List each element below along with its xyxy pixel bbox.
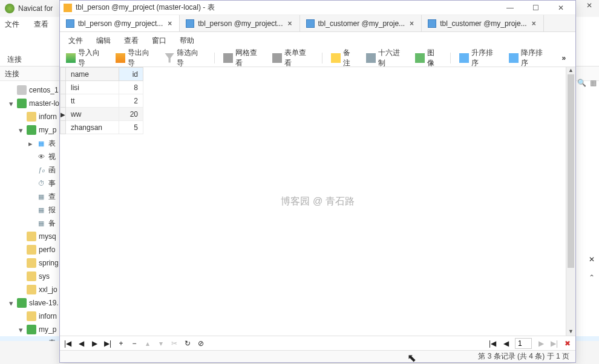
cell-id[interactable]: 5 bbox=[119, 121, 143, 134]
tmenu-edit[interactable]: 编辑 bbox=[96, 36, 111, 46]
page-last-button[interactable]: ▶| bbox=[550, 339, 558, 348]
row-indicator bbox=[61, 94, 66, 108]
toolbar-overflow-button[interactable]: » bbox=[558, 54, 569, 62]
close-button[interactable]: ✕ bbox=[550, 1, 572, 15]
grid-view-button[interactable]: 网格查看 bbox=[223, 48, 264, 68]
nav-prev-button[interactable]: ◀ bbox=[77, 339, 85, 348]
image-icon bbox=[415, 53, 425, 63]
db-icon bbox=[27, 112, 36, 122]
tree-item-label: my_p bbox=[39, 126, 56, 134]
import-wizard-button[interactable]: 导入向导 bbox=[66, 48, 107, 68]
grid-empty-area: 博客园 @ 青石路 ⬉ bbox=[143, 67, 566, 336]
minimize-button[interactable]: — bbox=[499, 1, 521, 15]
maximize-button[interactable]: ☐ bbox=[525, 1, 546, 15]
memo-icon bbox=[331, 53, 341, 63]
search-icon[interactable]: 🔍 bbox=[577, 79, 586, 87]
panel-close-icon[interactable]: ✕ bbox=[586, 255, 598, 267]
nav-next-button[interactable]: ▶ bbox=[90, 339, 99, 348]
tree-item-label: sys bbox=[39, 272, 50, 281]
views-icon: 👁 bbox=[36, 152, 46, 161]
page-first-button[interactable]: |◀ bbox=[488, 339, 497, 348]
filter-wizard-button[interactable]: 筛选向导 bbox=[165, 48, 206, 68]
nav-refresh-button[interactable]: ↻ bbox=[183, 339, 192, 348]
cell-name[interactable]: tt bbox=[66, 94, 119, 108]
cell-id[interactable]: 2 bbox=[119, 94, 143, 108]
tables-icon: ▦ bbox=[36, 338, 46, 341]
data-grid[interactable]: name id lisi8tt2▶ww20zhangsan5 bbox=[60, 67, 143, 134]
tree-item-label: 视 bbox=[48, 152, 56, 162]
panel-collapse-icon[interactable]: ⌃ bbox=[586, 273, 598, 285]
main-title-text: Navicat for bbox=[18, 4, 53, 13]
table-icon bbox=[186, 19, 194, 28]
column-id[interactable]: id bbox=[119, 68, 143, 81]
cell-name[interactable]: zhangsan bbox=[66, 121, 119, 134]
tab-close-icon[interactable]: × bbox=[287, 19, 293, 28]
hex-button[interactable]: 十六进制 bbox=[366, 48, 407, 68]
memo-button[interactable]: 备注 bbox=[331, 48, 358, 68]
nav-cancel-button[interactable]: ▾ bbox=[157, 339, 165, 348]
tree-toggle-icon[interactable]: ▾ bbox=[7, 299, 15, 308]
tab-3[interactable]: tbl_customer @my_proje...× bbox=[422, 15, 544, 31]
scrollbar-thumb[interactable] bbox=[568, 74, 574, 268]
nav-stop-button[interactable]: ⊘ bbox=[197, 339, 205, 348]
table-row[interactable]: tt2 bbox=[61, 94, 143, 108]
nav-first-button[interactable]: |◀ bbox=[64, 339, 72, 348]
table-titlebar[interactable]: tbl_person @my_project (master-local) - … bbox=[60, 1, 575, 15]
tab-close-icon[interactable]: × bbox=[531, 19, 537, 28]
row-indicator bbox=[61, 121, 66, 134]
tmenu-view[interactable]: 查看 bbox=[124, 36, 139, 46]
page-number-input[interactable] bbox=[515, 338, 532, 349]
grid-toggle-icon[interactable]: ▦ bbox=[590, 79, 597, 87]
scroll-down-icon[interactable]: ▼ bbox=[566, 328, 575, 336]
main-close-icon[interactable]: ✕ bbox=[581, 1, 598, 15]
image-button[interactable]: 图像 bbox=[415, 48, 442, 68]
menu-file[interactable]: 文件 bbox=[5, 19, 19, 30]
tree-item-label: 查 bbox=[48, 192, 56, 202]
tmenu-help[interactable]: 帮助 bbox=[180, 36, 194, 46]
nav-cut-button[interactable]: ✂ bbox=[170, 339, 178, 348]
tree-item-label: inforn bbox=[39, 312, 57, 320]
tree-toggle-icon[interactable]: ▾ bbox=[17, 126, 24, 135]
column-name[interactable]: name bbox=[66, 68, 119, 81]
table-row[interactable]: lisi8 bbox=[61, 81, 143, 94]
db-icon bbox=[27, 325, 36, 334]
nav-add-button[interactable]: + bbox=[117, 339, 125, 348]
export-wizard-button[interactable]: 导出向导 bbox=[116, 48, 157, 68]
page-stop-button[interactable]: ✖ bbox=[563, 339, 572, 348]
tree-toggle-icon[interactable]: ▾ bbox=[17, 325, 24, 334]
form-view-button[interactable]: 表单查看 bbox=[272, 48, 313, 68]
filter-icon bbox=[165, 53, 174, 63]
vertical-scrollbar[interactable]: ▲ ▼ bbox=[566, 67, 575, 336]
table-icon bbox=[306, 19, 315, 28]
sort-asc-button[interactable]: 升序排序 bbox=[459, 48, 500, 68]
page-prev-button[interactable]: ◀ bbox=[502, 339, 510, 348]
tab-1[interactable]: tbl_person @my_project...× bbox=[180, 15, 300, 31]
tab-close-icon[interactable]: × bbox=[408, 19, 415, 28]
tree-toggle-icon[interactable]: ▸ bbox=[27, 139, 34, 148]
menu-view[interactable]: 查看 bbox=[34, 19, 48, 30]
tmenu-window[interactable]: 窗口 bbox=[152, 36, 166, 46]
cell-name[interactable]: ww bbox=[66, 108, 119, 121]
cell-id[interactable]: 8 bbox=[119, 81, 143, 94]
table-row[interactable]: zhangsan5 bbox=[61, 121, 143, 134]
nav-post-button[interactable]: ▴ bbox=[143, 339, 152, 348]
fx-icon: ƒ₀ bbox=[36, 165, 46, 175]
table-row[interactable]: ▶ww20 bbox=[61, 108, 143, 121]
scroll-up-icon[interactable]: ▲ bbox=[566, 67, 575, 74]
tab-2[interactable]: tbl_customer @my_proje...× bbox=[300, 15, 422, 31]
nav-delete-button[interactable]: − bbox=[130, 339, 139, 348]
tree-item-label: master-lo bbox=[29, 99, 59, 108]
page-next-button[interactable]: ▶ bbox=[537, 339, 545, 348]
hex-icon bbox=[366, 53, 376, 63]
nav-last-button[interactable]: ▶| bbox=[103, 339, 112, 348]
tmenu-file[interactable]: 文件 bbox=[68, 36, 83, 46]
qry-icon: ▦ bbox=[36, 192, 46, 201]
tree-toggle-icon[interactable]: ▾ bbox=[7, 99, 15, 108]
import-icon bbox=[66, 53, 76, 63]
cell-id[interactable]: 20 bbox=[119, 108, 143, 121]
sort-desc-button[interactable]: 降序排序 bbox=[509, 48, 550, 68]
cell-name[interactable]: lisi bbox=[66, 81, 119, 94]
tab-close-icon[interactable]: × bbox=[166, 19, 173, 28]
tab-0[interactable]: tbl_person @my_project...× bbox=[60, 15, 180, 31]
db-icon bbox=[27, 125, 36, 135]
